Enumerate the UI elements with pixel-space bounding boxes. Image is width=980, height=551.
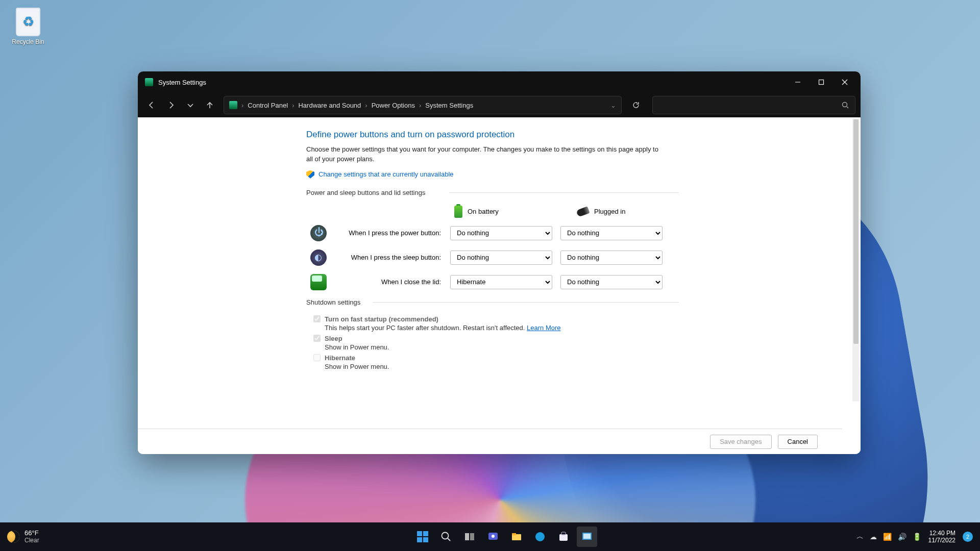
settings-window: System Settings › Control Panel › Hardwa… [138,71,861,454]
content-area: Define power buttons and turn on passwor… [138,117,861,454]
address-bar[interactable]: › Control Panel › Hardware and Sound › P… [224,96,622,114]
start-button[interactable] [412,527,433,547]
svg-point-11 [492,535,495,538]
sleep-checkbox[interactable] [313,335,321,342]
svg-point-4 [843,103,847,107]
fast-startup-label: Turn on fast startup (recommended) [325,315,438,323]
minimize-button[interactable] [786,71,810,93]
chat-button[interactable] [483,527,503,547]
power-plugged-select[interactable]: Do nothing [560,226,663,240]
chevron-right-icon: › [241,102,243,109]
chevron-right-icon: › [292,102,294,109]
navbar: › Control Panel › Hardware and Sound › P… [138,93,861,117]
address-icon [229,101,237,109]
window-title: System Settings [158,79,206,86]
row-sleep-label: When I press the sleep button: [333,254,450,261]
maximize-button[interactable] [810,71,833,93]
settings-app-button[interactable] [577,527,597,547]
clock-date: 11/7/2022 [928,537,955,544]
power-button-icon [310,225,327,241]
forward-button[interactable] [162,96,180,114]
chevron-right-icon: › [419,102,421,109]
page-heading: Define power buttons and turn on passwor… [306,130,674,140]
lid-icon [310,274,327,290]
sleep-plugged-select[interactable]: Do nothing [560,251,663,265]
volume-icon[interactable]: 🔊 [898,533,906,541]
svg-point-6 [442,533,448,539]
svg-line-7 [448,538,450,541]
battery-icon [454,206,462,218]
svg-rect-8 [465,533,469,540]
search-input[interactable] [652,96,855,114]
close-button[interactable] [833,71,856,93]
hibernate-label: Hibernate [325,354,355,362]
row-lid-label: When I close the lid: [333,278,450,286]
recycle-bin-label: Recycle Bin [8,38,48,45]
sleep-battery-select[interactable]: Do nothing [450,251,552,265]
save-button[interactable]: Save changes [710,435,771,449]
breadcrumb[interactable]: System Settings [425,102,473,109]
svg-line-5 [847,107,848,108]
shield-icon [306,170,314,179]
search-button[interactable] [436,527,456,547]
clock[interactable]: 12:40 PM 11/7/2022 [928,530,955,544]
svg-rect-18 [583,534,591,539]
fast-startup-desc: This helps start your PC faster after sh… [325,324,674,332]
weather-widget[interactable]: 66°F Clear [0,530,153,544]
notification-badge[interactable]: 2 [963,532,973,542]
edge-button[interactable] [530,527,550,547]
explorer-button[interactable] [506,527,527,547]
clock-time: 12:40 PM [928,530,955,537]
footer: Save changes Cancel [138,429,842,454]
app-icon [145,78,153,86]
task-view-button[interactable] [459,527,480,547]
page-description: Choose the power settings that you want … [306,145,664,164]
breadcrumb[interactable]: Hardware and Sound [298,102,361,109]
titlebar[interactable]: System Settings [138,71,861,93]
change-settings-link[interactable]: Change settings that are currently unava… [318,170,454,178]
sleep-label: Sleep [325,335,342,342]
learn-more-link[interactable]: Learn More [527,324,560,332]
fast-startup-checkbox[interactable] [313,315,321,322]
back-button[interactable] [143,96,160,114]
lid-plugged-select[interactable]: Do nothing [560,275,663,289]
battery-tray-icon[interactable]: 🔋 [913,533,921,541]
store-button[interactable] [553,527,574,547]
lid-battery-select[interactable]: Hibernate [450,275,552,289]
system-tray[interactable]: ︿ ☁ 📶 🔊 🔋 [856,532,921,541]
chevron-up-icon[interactable]: ︿ [856,532,864,541]
column-battery: On battery [468,208,499,215]
column-plugged: Plugged in [594,208,625,215]
power-battery-select[interactable]: Do nothing [450,226,552,240]
cancel-button[interactable]: Cancel [778,435,818,449]
taskbar: 66°F Clear ︿ ☁ 📶 🔊 🔋 12:40 PM 11/7/2022 … [0,522,980,551]
breadcrumb[interactable]: Power Options [372,102,415,109]
chevron-right-icon: › [365,102,367,109]
refresh-button[interactable] [626,96,646,114]
up-button[interactable] [201,96,218,114]
svg-rect-13 [512,533,516,535]
weather-cond: Clear [24,537,39,544]
search-icon [842,102,849,109]
svg-rect-9 [470,533,474,540]
svg-rect-15 [559,534,568,541]
breadcrumb[interactable]: Control Panel [248,102,288,109]
recycle-bin-icon [16,8,40,36]
section-shutdown: Shutdown settings [306,298,674,306]
svg-rect-1 [819,80,824,85]
chevron-down-icon[interactable]: ⌄ [610,102,616,109]
sleep-button-icon [310,249,327,266]
recent-button[interactable] [182,96,199,114]
onedrive-icon[interactable]: ☁ [870,533,877,541]
svg-point-14 [535,532,545,541]
wifi-icon[interactable]: 📶 [883,533,892,541]
row-power-label: When I press the power button: [333,229,450,237]
desktop-icon-recycle-bin[interactable]: Recycle Bin [8,8,48,45]
hibernate-checkbox[interactable] [313,354,321,361]
weather-temp: 66°F [24,530,39,537]
hibernate-desc: Show in Power menu. [325,363,674,370]
scrollbar[interactable] [852,118,860,402]
moon-icon [7,531,19,543]
sleep-desc: Show in Power menu. [325,343,674,351]
section-power-sleep-lid: Power and sleep buttons and lid settings [306,189,674,196]
